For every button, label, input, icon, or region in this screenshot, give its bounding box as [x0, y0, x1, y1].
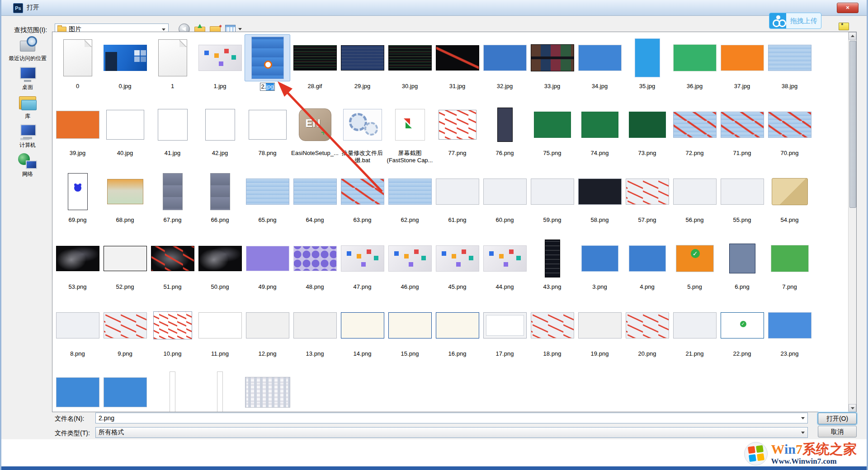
file-item[interactable]: 16.png	[434, 302, 481, 369]
file-item[interactable]: 37.jpg	[718, 34, 766, 101]
file-item[interactable]: 18.png	[528, 302, 576, 369]
scrollbar-thumb[interactable]	[849, 41, 856, 208]
file-item[interactable]: 54.png	[766, 168, 813, 235]
file-item[interactable]: 43.png	[528, 235, 576, 302]
file-item[interactable]: 50.png	[196, 235, 244, 302]
file-item[interactable]: 3.png	[576, 235, 623, 302]
file-item[interactable]: 1	[149, 34, 196, 101]
file-item[interactable]: 57.png	[623, 168, 671, 235]
file-item[interactable]: 75.png	[528, 101, 576, 168]
file-item[interactable]: 46.png	[386, 235, 434, 302]
file-item[interactable]: 5.png	[671, 235, 718, 302]
file-item[interactable]: 28.gif	[291, 34, 339, 101]
file-item[interactable]: 73.png	[623, 101, 671, 168]
sidebar-place-item[interactable]: 计算机	[4, 123, 51, 152]
file-item[interactable]: 批量修改文件后缀.bat	[339, 101, 386, 168]
file-item[interactable]: 7.png	[766, 235, 813, 302]
file-item[interactable]: 67.png	[149, 168, 196, 235]
file-item[interactable]: 20.png	[623, 302, 671, 369]
file-item[interactable]: 72.png	[671, 101, 718, 168]
file-item[interactable]: 21.png	[671, 302, 718, 369]
file-name-input[interactable]: 2.png	[95, 413, 808, 423]
cancel-button[interactable]: 取消	[818, 426, 857, 437]
file-item[interactable]: 15.png	[386, 302, 434, 369]
scroll-down-arrow[interactable]	[849, 404, 856, 412]
file-item[interactable]: 66.png	[196, 168, 244, 235]
file-item[interactable]: 6.png	[718, 235, 766, 302]
rename-edit-field[interactable]: 2.jpg	[260, 83, 274, 91]
file-item[interactable]: 55.png	[718, 168, 766, 235]
file-item[interactable]: 62.png	[386, 168, 434, 235]
file-item[interactable]: 36.jpg	[671, 34, 718, 101]
file-item[interactable]: 11.png	[196, 302, 244, 369]
mini-new-folder-icon[interactable]: *	[839, 22, 849, 30]
file-item[interactable]	[244, 369, 291, 412]
close-button[interactable]: ×	[837, 3, 859, 13]
file-item[interactable]: 23.png	[766, 302, 813, 369]
drag-upload-button[interactable]: 拖拽上传	[769, 13, 821, 29]
file-item[interactable]: 35.jpg	[623, 34, 671, 101]
file-item[interactable]: 22.png	[718, 302, 766, 369]
sidebar-place-item[interactable]: 最近访问的位置	[4, 36, 51, 65]
file-item[interactable]: 51.png	[149, 235, 196, 302]
file-item[interactable]: 65.png	[244, 168, 291, 235]
file-item[interactable]: 39.jpg	[54, 101, 101, 168]
file-type-dropdown[interactable]: 所有格式	[95, 427, 808, 438]
file-item[interactable]	[101, 369, 149, 412]
file-item[interactable]: 10.png	[149, 302, 196, 369]
sidebar-place-item[interactable]: 网络	[4, 152, 51, 181]
file-item[interactable]: 47.png	[339, 235, 386, 302]
file-item[interactable]: EasiNoteSetup_...	[291, 101, 339, 168]
file-item[interactable]: 70.png	[766, 101, 813, 168]
file-item[interactable]: 48.png	[291, 235, 339, 302]
file-item[interactable]	[196, 369, 244, 412]
file-item[interactable]: 78.png	[244, 101, 291, 168]
file-item[interactable]: 41.jpg	[149, 101, 196, 168]
sidebar-place-item[interactable]: 桌面	[4, 65, 51, 94]
file-item[interactable]: 屏幕截图 (FastStone Cap...	[386, 101, 434, 168]
file-item[interactable]: 49.png	[244, 235, 291, 302]
file-item[interactable]: 44.png	[481, 235, 528, 302]
file-item[interactable]: 58.png	[576, 168, 623, 235]
file-item[interactable]: 40.jpg	[101, 101, 149, 168]
file-item[interactable]: 68.png	[101, 168, 149, 235]
file-item[interactable]: 77.png	[434, 101, 481, 168]
file-item[interactable]	[149, 369, 196, 412]
sidebar-place-item[interactable]: 库	[4, 94, 51, 123]
file-item[interactable]: 74.png	[576, 101, 623, 168]
file-item[interactable]: 45.png	[434, 235, 481, 302]
file-item[interactable]: 30.jpg	[386, 34, 434, 101]
file-item[interactable]: 63.png	[339, 168, 386, 235]
vertical-scrollbar[interactable]	[848, 32, 856, 412]
file-item[interactable]: 1.jpg	[196, 34, 244, 101]
file-item[interactable]: 17.png	[481, 302, 528, 369]
file-item[interactable]: 13.png	[291, 302, 339, 369]
file-item[interactable]	[54, 369, 101, 412]
file-item[interactable]: 8.png	[54, 302, 101, 369]
file-item[interactable]: 34.jpg	[576, 34, 623, 101]
file-item[interactable]: 14.png	[339, 302, 386, 369]
file-item[interactable]: 19.png	[576, 302, 623, 369]
file-item[interactable]: 33.jpg	[528, 34, 576, 101]
file-item[interactable]: 4.png	[623, 235, 671, 302]
file-item[interactable]: 31.jpg	[434, 34, 481, 101]
file-item[interactable]: 61.png	[434, 168, 481, 235]
file-item[interactable]: 12.png	[244, 302, 291, 369]
file-item[interactable]: 52.png	[101, 235, 149, 302]
file-item[interactable]: 53.png	[54, 235, 101, 302]
file-item[interactable]: 38.jpg	[766, 34, 813, 101]
file-item[interactable]: 69.png	[54, 168, 101, 235]
file-item[interactable]: 60.png	[481, 168, 528, 235]
file-item[interactable]: 71.png	[718, 101, 766, 168]
file-item[interactable]: 76.png	[481, 101, 528, 168]
open-button[interactable]: 打开(O)	[818, 413, 857, 424]
file-item[interactable]: 32.jpg	[481, 34, 528, 101]
file-item[interactable]: 0	[54, 34, 101, 101]
file-item[interactable]: 64.png	[291, 168, 339, 235]
file-item[interactable]: 59.png	[528, 168, 576, 235]
file-item[interactable]: 56.png	[671, 168, 718, 235]
file-item[interactable]: 29.jpg	[339, 34, 386, 101]
file-item[interactable]: 9.png	[101, 302, 149, 369]
file-item[interactable]: 0.jpg	[101, 34, 149, 101]
scroll-up-arrow[interactable]	[849, 32, 856, 40]
